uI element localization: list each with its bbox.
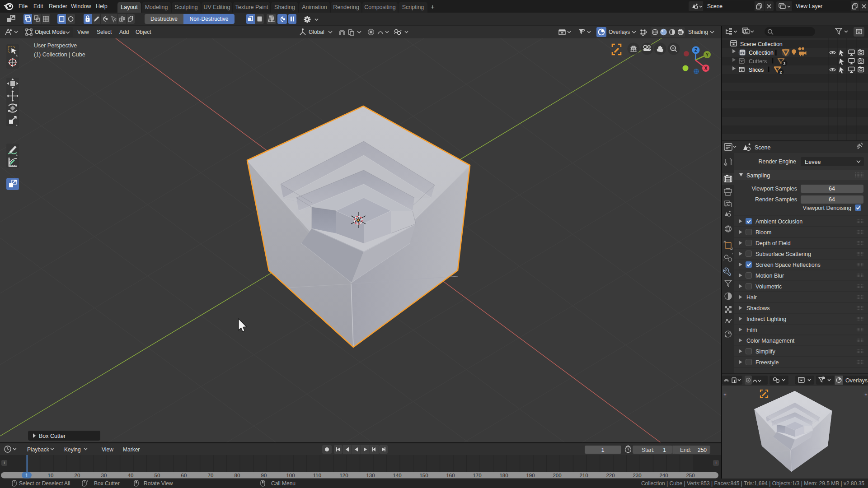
svg-text:10: 10 bbox=[48, 473, 54, 478]
svg-text:Freestyle: Freestyle bbox=[755, 359, 779, 366]
svg-text:20: 20 bbox=[75, 473, 80, 478]
svg-text:1: 1 bbox=[663, 447, 666, 453]
svg-text:Start:: Start: bbox=[642, 447, 655, 453]
svg-text:Select or Deselect All: Select or Deselect All bbox=[19, 480, 70, 487]
svg-text:180: 180 bbox=[499, 473, 508, 478]
svg-text:1: 1 bbox=[25, 473, 28, 478]
svg-text:Render Engine: Render Engine bbox=[759, 158, 796, 165]
svg-text:40: 40 bbox=[128, 473, 134, 478]
svg-text:Hair: Hair bbox=[746, 294, 757, 301]
svg-text:160: 160 bbox=[446, 473, 455, 478]
svg-text:+: + bbox=[714, 460, 717, 465]
svg-text:210: 210 bbox=[579, 473, 588, 478]
svg-text:Slices: Slices bbox=[749, 67, 764, 73]
svg-text:Color Management: Color Management bbox=[746, 338, 795, 344]
svg-text:30: 30 bbox=[101, 473, 107, 478]
svg-text:170: 170 bbox=[473, 473, 481, 478]
svg-text:Viewport Samples: Viewport Samples bbox=[751, 186, 797, 192]
svg-text:64: 64 bbox=[829, 196, 835, 203]
svg-text:Shadows: Shadows bbox=[746, 305, 769, 311]
svg-text:+: + bbox=[864, 392, 867, 397]
svg-text:250: 250 bbox=[686, 473, 694, 478]
svg-text:60: 60 bbox=[181, 473, 187, 478]
svg-text:Scene Collection: Scene Collection bbox=[740, 41, 783, 47]
svg-text:Playback: Playback bbox=[27, 446, 50, 453]
svg-text:Box Cutter: Box Cutter bbox=[94, 480, 120, 487]
svg-text:220: 220 bbox=[606, 473, 615, 478]
svg-text:64: 64 bbox=[829, 186, 835, 192]
svg-text:X: X bbox=[704, 66, 708, 71]
svg-text:Eevee: Eevee bbox=[805, 159, 821, 165]
svg-text:Box Cutter: Box Cutter bbox=[39, 433, 66, 439]
svg-text:User Perspective: User Perspective bbox=[34, 42, 77, 49]
svg-text:Z: Z bbox=[694, 48, 697, 53]
svg-text:240: 240 bbox=[659, 473, 668, 478]
svg-text:Simplify: Simplify bbox=[755, 349, 776, 355]
svg-text:Volumetric: Volumetric bbox=[755, 284, 782, 290]
svg-text:200: 200 bbox=[553, 473, 561, 478]
svg-text:50: 50 bbox=[155, 473, 160, 478]
svg-text:250: 250 bbox=[698, 447, 707, 453]
svg-text:90: 90 bbox=[261, 473, 267, 478]
svg-text:Depth of Field: Depth of Field bbox=[755, 240, 791, 246]
svg-text:Viewport Denoising: Viewport Denoising bbox=[803, 205, 852, 211]
svg-text:Cutters: Cutters bbox=[749, 58, 767, 65]
svg-text:Collection | Cube | Verts:853: Collection | Cube | Verts:853 | Faces:84… bbox=[641, 480, 864, 487]
svg-text:Film: Film bbox=[746, 327, 757, 333]
svg-text:Render Samples: Render Samples bbox=[755, 196, 797, 203]
svg-text:80: 80 bbox=[235, 473, 240, 478]
svg-text:Y: Y bbox=[706, 52, 709, 57]
svg-text:Call Menu: Call Menu bbox=[271, 480, 296, 487]
svg-text:2: 2 bbox=[779, 70, 782, 74]
svg-text:Motion Blur: Motion Blur bbox=[755, 273, 784, 279]
svg-text:View: View bbox=[102, 446, 113, 453]
svg-text:Ambient Occlusion: Ambient Occlusion bbox=[755, 218, 802, 225]
svg-text:3: 3 bbox=[783, 61, 785, 66]
svg-text:190: 190 bbox=[526, 473, 535, 478]
svg-text:Keying: Keying bbox=[64, 446, 81, 453]
svg-text:Marker: Marker bbox=[123, 446, 140, 453]
svg-text:150: 150 bbox=[419, 473, 428, 478]
svg-text:Screen Space Reflections: Screen Space Reflections bbox=[755, 262, 821, 268]
svg-text:110: 110 bbox=[313, 473, 321, 478]
svg-text:Sampling: Sampling bbox=[746, 172, 770, 179]
svg-text:Overlays: Overlays bbox=[845, 377, 868, 384]
svg-text:120: 120 bbox=[339, 473, 348, 478]
svg-text:Bloom: Bloom bbox=[755, 229, 771, 236]
svg-text:Collection: Collection bbox=[749, 50, 774, 56]
svg-text:Indirect Lighting: Indirect Lighting bbox=[746, 316, 786, 322]
svg-text:230: 230 bbox=[633, 473, 641, 478]
svg-text:+: + bbox=[3, 460, 5, 465]
svg-text:(1) Collection | Cube: (1) Collection | Cube bbox=[34, 51, 85, 58]
svg-text:130: 130 bbox=[366, 473, 375, 478]
svg-text:70: 70 bbox=[208, 473, 214, 478]
svg-text:Scene: Scene bbox=[755, 144, 770, 151]
svg-text:Rotate View: Rotate View bbox=[144, 480, 173, 487]
svg-text:140: 140 bbox=[393, 473, 401, 478]
svg-text:+: + bbox=[723, 392, 726, 397]
svg-text:End:: End: bbox=[680, 447, 691, 453]
svg-text:Subsurface Scattering: Subsurface Scattering bbox=[755, 251, 811, 257]
svg-text:1: 1 bbox=[601, 447, 605, 453]
svg-text:100: 100 bbox=[286, 473, 295, 478]
